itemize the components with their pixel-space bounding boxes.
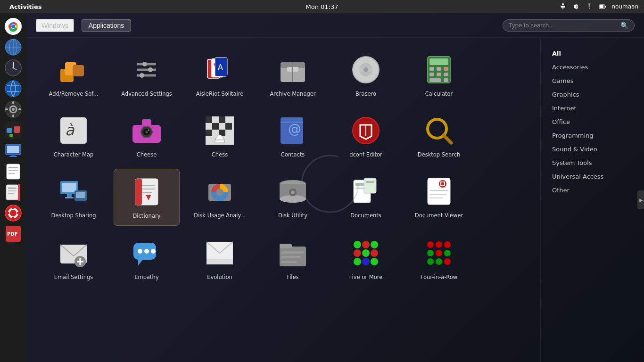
svg-rect-46 — [17, 212, 22, 214]
svg-line-103 — [444, 135, 451, 143]
app-icon-desktop-sharing — [57, 174, 91, 208]
app-item-dconf-editor[interactable]: dconf Editor — [333, 108, 399, 164]
app-item-chess[interactable]: Chess — [187, 108, 253, 164]
svg-point-87 — [145, 131, 148, 133]
category-programming[interactable]: Programming — [545, 129, 639, 142]
battery-icon[interactable] — [598, 2, 607, 11]
app-name-archive-manager: Archive Manager — [270, 90, 315, 98]
app-item-disk-utility[interactable]: Disk Utility — [260, 169, 326, 226]
svg-rect-25 — [7, 128, 12, 133]
svg-point-163 — [427, 258, 434, 265]
svg-point-42 — [9, 209, 17, 217]
svg-rect-94 — [225, 123, 232, 130]
app-item-character-map[interactable]: àCharacter Map — [41, 108, 107, 164]
activities-button[interactable]: Activities — [6, 2, 46, 11]
dock-chrome[interactable] — [4, 17, 23, 36]
dock-settings[interactable] — [4, 100, 23, 119]
category-other[interactable]: Other — [545, 184, 639, 197]
category-system-tools[interactable]: System Tools — [545, 156, 639, 169]
dock-clock[interactable] — [4, 58, 23, 77]
svg-rect-40 — [18, 184, 20, 201]
app-icon-dictionary — [130, 175, 164, 209]
dock-pdf[interactable]: PDF — [4, 224, 23, 243]
app-name-files: Files — [287, 274, 298, 281]
category-office[interactable]: Office — [545, 115, 639, 128]
svg-text:@: @ — [288, 121, 301, 137]
apps-grid-container[interactable]: Add/Remove Sof...Advanced Settings♥♠AAis… — [26, 38, 540, 362]
topbar: Activities Mon 01:37 — [0, 0, 644, 13]
category-internet[interactable]: Internet — [545, 102, 639, 115]
category-accessories[interactable]: Accessories — [545, 61, 639, 74]
dock-appstore[interactable] — [4, 121, 23, 140]
topbar-right: noumaan — [559, 2, 638, 11]
search-input[interactable] — [509, 22, 620, 29]
app-item-aisleriot[interactable]: ♥♠AAisleRiot Solitaire — [187, 47, 253, 103]
app-item-brasero[interactable]: Brasero — [333, 47, 399, 103]
svg-point-121 — [291, 190, 295, 194]
app-item-archive-manager[interactable]: Archive Manager — [260, 47, 326, 103]
app-item-calculator[interactable]: Calculator — [406, 47, 472, 103]
app-item-documents[interactable]: Documents — [333, 169, 399, 226]
svg-point-152 — [362, 249, 370, 257]
app-item-email-settings[interactable]: Email Settings — [41, 230, 107, 287]
dock-browser[interactable] — [4, 79, 23, 98]
category-all[interactable]: All — [545, 47, 639, 60]
svg-point-156 — [371, 258, 378, 265]
windows-button[interactable]: Windows — [36, 19, 74, 32]
app-item-dictionary[interactable]: Dictionary — [114, 169, 180, 226]
app-name-contacts: Contacts — [281, 151, 305, 158]
search-icon[interactable]: 🔍 — [620, 22, 628, 29]
app-item-four-in-row[interactable]: Four-in-a-Row — [406, 230, 472, 287]
category-universal-access[interactable]: Universal Access — [545, 170, 639, 183]
app-item-advanced-settings[interactable]: Advanced Settings — [114, 47, 180, 103]
app-item-evolution[interactable]: Evolution — [187, 230, 253, 287]
svg-rect-79 — [444, 73, 448, 76]
dock-bookmarks[interactable] — [4, 183, 23, 202]
app-name-disk-utility: Disk Utility — [278, 212, 307, 219]
category-sound-video[interactable]: Sound & Video — [545, 143, 639, 156]
svg-point-160 — [427, 250, 434, 256]
app-item-contacts[interactable]: @Contacts — [260, 108, 326, 164]
svg-rect-126 — [366, 181, 374, 183]
svg-point-7 — [11, 25, 15, 28]
svg-point-164 — [436, 258, 442, 265]
svg-point-137 — [144, 249, 149, 254]
app-item-desktop-sharing[interactable]: Desktop Sharing — [41, 169, 107, 226]
app-icon-archive-manager — [276, 53, 310, 87]
network-icon[interactable] — [585, 2, 594, 11]
accessibility-icon[interactable] — [559, 2, 567, 11]
app-item-empathy[interactable]: Empathy — [114, 230, 180, 287]
app-name-calculator: Calculator — [425, 90, 453, 98]
app-item-files[interactable]: Files — [260, 230, 326, 287]
svg-rect-26 — [14, 126, 20, 133]
svg-rect-125 — [364, 178, 376, 193]
app-item-document-viewer[interactable]: Document Viewer — [406, 169, 472, 226]
dock-display[interactable] — [4, 141, 23, 160]
dock-documents[interactable] — [4, 162, 23, 181]
app-item-disk-usage[interactable]: Disk Usage Analy... — [187, 169, 253, 226]
category-graphics[interactable]: Graphics — [545, 88, 639, 101]
app-name-dictionary: Dictionary — [133, 213, 161, 220]
app-item-cheese[interactable]: Cheese — [114, 108, 180, 164]
app-icon-four-in-row — [422, 236, 456, 270]
dock: PDF — [0, 13, 26, 362]
app-icon-brasero — [349, 53, 383, 87]
topbar-left: Activities — [6, 2, 46, 11]
dock-help[interactable] — [4, 204, 23, 222]
svg-point-165 — [444, 258, 451, 265]
panel-collapse-button[interactable]: ▶ — [637, 190, 644, 209]
svg-point-19 — [12, 108, 15, 111]
svg-rect-127 — [428, 178, 450, 205]
applications-button[interactable]: Applications — [82, 19, 132, 32]
app-item-desktop-search[interactable]: Desktop Search — [406, 108, 472, 164]
app-name-document-viewer: Document Viewer — [415, 212, 463, 219]
dock-internet[interactable] — [4, 38, 23, 57]
username-label[interactable]: noumaan — [611, 3, 638, 10]
svg-point-139 — [151, 249, 156, 254]
volume-icon[interactable] — [572, 2, 580, 11]
app-name-four-in-row: Four-in-a-Row — [421, 274, 457, 281]
app-icon-empathy — [130, 236, 164, 270]
category-games[interactable]: Games — [545, 74, 639, 87]
app-item-add-remove[interactable]: Add/Remove Sof... — [41, 47, 107, 103]
app-item-five-or-more[interactable]: Five or More — [333, 230, 399, 287]
